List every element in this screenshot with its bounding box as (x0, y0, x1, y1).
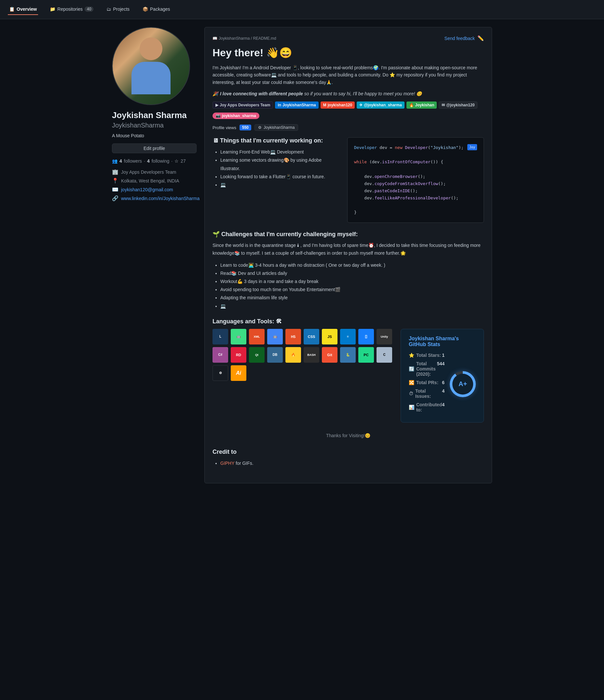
code-line-1: while (dev.isInFrontOfComputer()) { (354, 158, 477, 166)
love-quote-text: I love connecting with different people (220, 91, 303, 96)
badge-joykishan[interactable]: 🔥 Joykishan (407, 101, 437, 109)
challenges-section: 🌱 Challenges that I'm currently challeng… (213, 231, 484, 310)
badge-instagram[interactable]: 📷 joykishan_sharma (213, 112, 259, 119)
send-feedback-button[interactable]: Send feedback (444, 36, 475, 41)
badges-row-2: 📷 joykishan_sharma (213, 112, 484, 119)
org-icon: 🏢 (112, 169, 118, 175)
badge-gmail[interactable]: M joykishan120 (320, 101, 355, 109)
tool-csharp: C# (213, 347, 228, 363)
github-badge: ⚙ JoykishanSharma (255, 124, 298, 131)
nav-tab-projects[interactable]: 🗂 Projects (105, 4, 131, 15)
stats-value-commits: 544 (437, 361, 444, 377)
main-layout: 😄 Joykishan Sharma JoykishanSharma A Mou… (107, 19, 497, 491)
badge-team[interactable]: ▶ Joy Apps Developers Team (213, 101, 273, 109)
following-link[interactable]: 4 (147, 158, 150, 164)
readme-title: Hey there! 👋😄 (213, 47, 484, 59)
issues-icon: ⏱ (409, 391, 413, 396)
stats-row-0: ⭐ Total Stars: 1 (409, 353, 444, 358)
profile-name: Joykishan Sharma (112, 110, 197, 120)
tools-grid-wrapper: L 🤖 XML 🤖 H5 CSS JS ≡ [] Unity (213, 329, 393, 386)
followers-link[interactable]: 4 (119, 158, 122, 164)
profile-username: JoykishanSharma (112, 122, 197, 129)
breadcrumb-text: JoykishanSharma / README.md (219, 36, 276, 41)
tool-unity: Unity (377, 329, 392, 345)
working-item-3: 💻 (220, 181, 339, 189)
tool-bash: BASH (304, 347, 319, 363)
sidebar-info-org: 🏢 Joy Apps Developers Team (112, 169, 197, 175)
code-block-wrapper: Joy Developer dev = new Developer("Joyki… (347, 137, 484, 223)
credit-list: GIPHY for GIFs. (213, 459, 484, 468)
tool-c: C (377, 347, 392, 363)
credit-title: Credit to (213, 449, 484, 455)
star-icon-stat: ⭐ (409, 353, 414, 358)
tool-html: H5 (285, 329, 301, 345)
stars-count: 27 (180, 158, 186, 164)
linkedin-link[interactable]: www.linkedin.com/in/JoykishanSharma (121, 196, 199, 201)
tool-python: 🐍 (340, 347, 356, 363)
nav-tab-packages[interactable]: 📦 Packages (141, 4, 171, 15)
tool-github: ⚙ (213, 365, 228, 381)
repositories-icon: 📁 (50, 6, 55, 12)
tool-xml: XML (249, 329, 265, 345)
followers-label: followers (124, 158, 142, 164)
tool-git: Git (322, 347, 337, 363)
tool-css: CSS (304, 329, 319, 345)
working-item-1: Learning some vectors drawing🎨 by using … (220, 156, 339, 172)
repositories-label: Repositories (57, 6, 83, 12)
grade-circle: A+ (450, 371, 476, 397)
code-line-6: } (354, 209, 477, 216)
github-badge-text: JoykishanSharma (264, 125, 294, 130)
email-icon: ✉️ (112, 186, 118, 193)
nav-tab-overview[interactable]: 📋 Overview (8, 4, 38, 15)
badge-telegram[interactable]: ✈ @joykishan_sharma (357, 101, 404, 109)
email-link[interactable]: joykishan120@gmail.com (121, 187, 173, 192)
code-block: Joy Developer dev = new Developer("Joyki… (347, 137, 484, 223)
readme-header: 📖 JoykishanSharma / README.md Send feedb… (213, 35, 484, 41)
stats-label-stars: ⭐ Total Stars: (409, 353, 441, 358)
giphy-link[interactable]: GIPHY (220, 460, 234, 466)
sidebar-info-list: 🏢 Joy Apps Developers Team 📍 Kolkata, We… (112, 169, 197, 201)
nav-tab-repositories[interactable]: 📁 Repositories 40 (48, 4, 95, 15)
badge-linkedin[interactable]: in JoykishanSharma (275, 101, 318, 109)
love-icon: 🎉 (213, 91, 218, 96)
tool-qt-logo: Qt (249, 347, 265, 363)
tool-rider: RD (231, 347, 246, 363)
stats-row-3: ⏱ Total Issues: 4 (409, 389, 444, 399)
sidebar-info-link: 🔗 www.linkedin.com/in/JoykishanSharma (112, 195, 197, 201)
tool-vscode: ≡ (340, 329, 356, 345)
tool-brackets: [] (358, 329, 374, 345)
challenge-item-2: Workout💪 3 days in a row and take a day … (220, 277, 484, 285)
people-icon: 👥 (112, 158, 118, 164)
grade-value: A+ (452, 374, 473, 395)
stats-card-inner: ⭐ Total Stars: 1 🔄 Total Commits (2020): (409, 353, 476, 416)
tool-android-studio: 🤖 (267, 329, 283, 345)
overview-icon: 📋 (9, 6, 15, 12)
credit-suffix: for GIFs. (236, 460, 253, 466)
stats-value-stars: 1 (442, 353, 444, 358)
edit-icon[interactable]: ✏️ (477, 35, 484, 41)
org-name: Joy Apps Developers Team (121, 170, 176, 175)
tools-grid: L 🤖 XML 🤖 H5 CSS JS ≡ [] Unity (213, 329, 393, 381)
working-list: Learning Front-End Web💻 Development Lear… (213, 148, 339, 189)
profile-views-label: Profile views (213, 125, 236, 130)
contributed-icon: 📊 (409, 405, 414, 410)
top-navigation: 📋 Overview 📁 Repositories 40 🗂 Projects … (0, 0, 604, 19)
tools-section: Languages and Tools: 🛠 L 🤖 XML 🤖 H5 CSS (213, 318, 484, 423)
stats-row-2: 🔀 Total PRs: 6 (409, 380, 444, 385)
code-line-4: dev.pasteCodeInIDE(); (354, 188, 477, 195)
tool-adobe-illustrator: Ai (231, 365, 246, 381)
stats-row-4: 📊 Contributed to: 4 (409, 402, 444, 412)
tools-title: Languages and Tools: 🛠 (213, 318, 484, 325)
sidebar: 😄 Joykishan Sharma JoykishanSharma A Mou… (112, 27, 197, 483)
badges-row: ▶ Joy Apps Developers Team in JoykishanS… (213, 101, 484, 109)
love-quote-rest: so if you want to say hi, I'll be happy … (304, 91, 422, 96)
challenges-intro: Since the world is in the quarantine sta… (213, 242, 484, 257)
thanks-text: Thanks for Visiting!😊 (213, 430, 484, 441)
tool-android: 🤖 (231, 329, 246, 345)
badge-mail2[interactable]: ✉ @joykishan120 (439, 101, 477, 109)
projects-icon: 🗂 (106, 6, 111, 12)
packages-icon: 📦 (143, 6, 148, 12)
edit-profile-button[interactable]: Edit profile (112, 144, 197, 153)
github-icon: ⚙ (258, 125, 262, 130)
overview-label: Overview (17, 6, 37, 12)
